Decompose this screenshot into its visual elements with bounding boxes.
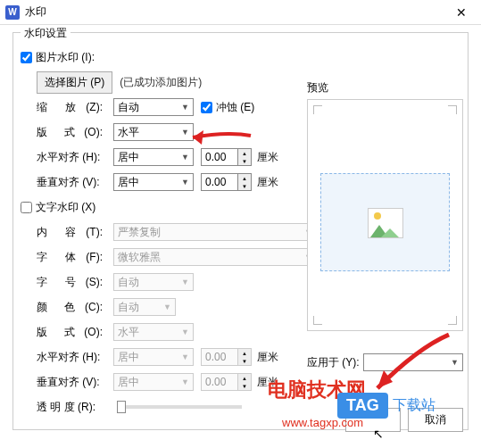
opacity-slider xyxy=(117,405,242,409)
valign-select[interactable]: 居中 ▼ xyxy=(113,173,194,191)
text-valign-label: 垂直对齐 (V): xyxy=(37,375,113,390)
preview-selection xyxy=(320,173,450,271)
opacity-label: 透 明 度 (R): xyxy=(37,400,113,415)
halign-label: 水平对齐 (H): xyxy=(37,150,113,165)
app-icon: W xyxy=(5,5,20,20)
spin-up-icon: ▲ xyxy=(238,374,251,382)
select-picture-button[interactable]: 选择图片 (P) xyxy=(37,71,112,94)
chevron-down-icon: ▼ xyxy=(451,358,459,367)
chevron-down-icon: ▼ xyxy=(181,103,189,112)
erode-checkbox[interactable] xyxy=(201,102,212,113)
close-button[interactable]: ✕ xyxy=(447,5,476,20)
text-valign-offset-input xyxy=(201,373,238,391)
text-watermark-label: 文字水印 (X) xyxy=(36,200,95,215)
size-value: 自动 xyxy=(118,275,139,290)
text-halign-offset-input xyxy=(201,348,238,366)
unit-label: 厘米 xyxy=(257,375,278,390)
spin-up-icon: ▲ xyxy=(238,349,251,357)
fieldset-legend: 水印设置 xyxy=(21,26,70,41)
chevron-down-icon: ▼ xyxy=(181,353,189,361)
apply-to-select[interactable]: ▼ xyxy=(363,353,463,371)
valign-label: 垂直对齐 (V): xyxy=(37,175,113,190)
image-watermark-label: 图片水印 (I): xyxy=(36,50,95,65)
text-watermark-checkbox[interactable] xyxy=(21,202,32,213)
spin-down-icon: ▼ xyxy=(238,382,251,390)
scale-value: 自动 xyxy=(118,100,139,115)
color-value: 自动 xyxy=(118,300,139,315)
text-valign-select: 居中 ▼ xyxy=(113,373,194,391)
valign-value: 居中 xyxy=(118,175,139,190)
text-layout-select: 水平 ▼ xyxy=(113,323,194,341)
chevron-down-icon: ▼ xyxy=(181,128,189,137)
content-label: 内 容 (T): xyxy=(37,225,113,240)
image-placeholder-icon xyxy=(368,208,403,238)
crop-corner-icon xyxy=(313,105,322,114)
spin-up-icon[interactable]: ▲ xyxy=(238,174,251,182)
valign-offset-input[interactable] xyxy=(201,173,238,191)
image-watermark-checkbox[interactable] xyxy=(21,52,32,63)
text-layout-value: 水平 xyxy=(118,325,139,340)
spin-up-icon[interactable]: ▲ xyxy=(238,149,251,157)
picture-added-hint: (已成功添加图片) xyxy=(120,75,202,90)
preview-panel xyxy=(307,99,463,331)
preview-label: 预览 xyxy=(307,80,463,95)
text-valign-value: 居中 xyxy=(118,375,139,390)
slider-thumb-icon xyxy=(117,401,126,413)
apply-to-label: 应用于 (Y): xyxy=(307,355,360,370)
font-label: 字 体 (F): xyxy=(37,250,113,265)
crop-corner-icon xyxy=(448,105,457,114)
erode-label: 冲蚀 (E) xyxy=(216,100,254,115)
font-value: 微软雅黑 xyxy=(118,250,161,265)
crop-corner-icon xyxy=(313,316,322,325)
chevron-down-icon: ▼ xyxy=(181,178,189,187)
spin-down-icon: ▼ xyxy=(238,357,251,365)
chevron-down-icon: ▼ xyxy=(181,278,189,286)
crop-corner-icon xyxy=(448,316,457,325)
chevron-down-icon: ▼ xyxy=(163,303,171,311)
chevron-down-icon: ▼ xyxy=(181,153,189,162)
unit-label: 厘米 xyxy=(257,150,278,165)
layout-value: 水平 xyxy=(118,125,139,140)
halign-offset-input[interactable] xyxy=(201,148,238,166)
chevron-down-icon: ▼ xyxy=(181,328,189,336)
text-layout-label: 版 式 (O): xyxy=(37,325,113,340)
cancel-button[interactable]: 取消 xyxy=(408,408,463,432)
size-label: 字 号 (S): xyxy=(37,275,113,290)
ok-button[interactable]: 确定 xyxy=(345,408,401,432)
unit-label: 厘米 xyxy=(257,350,278,365)
text-halign-select: 居中 ▼ xyxy=(113,348,194,366)
text-halign-label: 水平对齐 (H): xyxy=(37,350,113,365)
halign-value: 居中 xyxy=(118,150,139,165)
layout-label: 版 式 (O): xyxy=(37,125,113,140)
halign-select[interactable]: 居中 ▼ xyxy=(113,148,194,166)
scale-label: 缩 放 (Z): xyxy=(37,100,113,115)
spin-down-icon[interactable]: ▼ xyxy=(238,182,251,190)
color-label: 颜 色 (C): xyxy=(37,300,113,315)
chevron-down-icon: ▼ xyxy=(181,377,189,386)
text-halign-value: 居中 xyxy=(118,350,139,365)
spin-down-icon[interactable]: ▼ xyxy=(238,157,251,165)
color-select: 自动 ▼ xyxy=(113,298,176,316)
content-select: 严禁复制 ▼ xyxy=(113,223,317,241)
font-select: 微软雅黑 ▼ xyxy=(113,248,317,266)
size-select: 自动 ▼ xyxy=(113,273,194,291)
unit-label: 厘米 xyxy=(257,175,278,190)
content-value: 严禁复制 xyxy=(118,225,161,240)
window-title: 水印 xyxy=(25,4,447,20)
layout-select[interactable]: 水平 ▼ xyxy=(113,123,194,141)
scale-select[interactable]: 自动 ▼ xyxy=(113,98,194,116)
